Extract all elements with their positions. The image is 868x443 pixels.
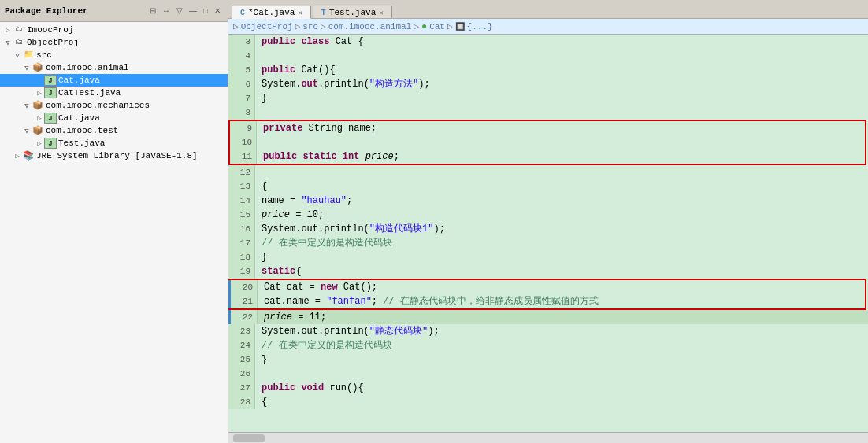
- line-code-10[interactable]: [257, 135, 865, 150]
- breadcrumb-arrow: ▷: [233, 21, 239, 31]
- tree-item-src[interactable]: ▽ 📁 src: [0, 49, 228, 61]
- line-code-4[interactable]: [255, 49, 868, 63]
- label-test-java: Test.java: [58, 138, 105, 148]
- tab-cat-java-close[interactable]: ✕: [298, 9, 302, 17]
- line-num-14: 14: [228, 194, 255, 208]
- line-num-11: 11: [230, 150, 257, 164]
- label-cat-java: Cat.java: [58, 76, 100, 85]
- line-code-11[interactable]: public static int price;: [257, 150, 865, 164]
- line-code-18[interactable]: }: [255, 250, 868, 264]
- tree-item-imoocproj[interactable]: ▷ 🗂 ImoocProj: [0, 24, 228, 36]
- icon-cat2-java: J: [44, 113, 57, 124]
- line-code-17[interactable]: // 在类中定义的是构造代码块: [255, 236, 868, 250]
- line-19: 19 static{: [228, 264, 868, 279]
- line-code-16[interactable]: System.out.println("构造代码块1");: [255, 222, 868, 236]
- code-lines: 3 public class Cat { 4 5 public Cat(){: [228, 35, 868, 432]
- arrow-src: ▽: [13, 51, 22, 60]
- maximize-button[interactable]: □: [201, 5, 210, 17]
- line-code-19[interactable]: static{: [255, 264, 868, 279]
- label-jre: JRE System Library [JavaSE-1.8]: [36, 151, 198, 161]
- view-menu-button[interactable]: ▽: [174, 5, 185, 17]
- line-9: 9 private String name;: [230, 121, 865, 135]
- line-num-26: 26: [228, 367, 255, 381]
- line-code-7[interactable]: }: [255, 91, 868, 105]
- line-num-19: 19: [228, 264, 255, 279]
- line-code-15[interactable]: price = 10;: [255, 208, 868, 222]
- editor-breadcrumb: ▷ ObjectProj ▷ src ▷ com.imooc.animal ▷ …: [228, 19, 868, 35]
- breadcrumb-proj[interactable]: ObjectProj: [241, 22, 293, 31]
- scrollbar-thumb-h[interactable]: [233, 434, 265, 442]
- icon-cattest-java: J: [44, 87, 57, 98]
- tab-cat-java-label: *Cat.java: [248, 8, 295, 17]
- line-code-21[interactable]: cat.name = "fanfan"; // 在静态代码块中，给非静态成员属性…: [258, 294, 865, 308]
- icon-cat-java: J: [44, 75, 57, 86]
- label-src: src: [36, 50, 52, 60]
- line-code-26[interactable]: [255, 367, 868, 381]
- tree-item-cattest-java[interactable]: ▷ J CatTest.java: [0, 87, 228, 99]
- tree-item-com-imooc-animal[interactable]: ▽ 📦 com.imooc.animal: [0, 61, 228, 74]
- line-num-24: 24: [228, 338, 255, 353]
- line-17: 17 // 在类中定义的是构造代码块: [228, 236, 868, 250]
- line-code-27[interactable]: public void run(){: [255, 381, 868, 395]
- tab-test-java[interactable]: T Test.java ✕: [313, 6, 392, 18]
- tree-item-test-pkg[interactable]: ▽ 📦 com.imooc.test: [0, 124, 228, 137]
- horizontal-scrollbar[interactable]: [228, 432, 868, 443]
- tree-item-mechanices[interactable]: ▽ 📦 com.imooc.mechanices: [0, 99, 228, 112]
- line-code-28[interactable]: {: [255, 395, 868, 409]
- line-num-8: 8: [228, 105, 255, 120]
- line-code-22[interactable]: price = 11;: [258, 310, 868, 324]
- tab-cat-java[interactable]: C *Cat.java ✕: [232, 6, 311, 19]
- editor-tab-bar: C *Cat.java ✕ T Test.java ✕: [228, 0, 868, 19]
- breadcrumb-members[interactable]: {...}: [467, 22, 493, 31]
- tree-item-jre[interactable]: ▷ 📚 JRE System Library [JavaSE-1.8]: [0, 150, 228, 162]
- tree-item-cat-java[interactable]: J Cat.java: [0, 74, 228, 87]
- line-25: 25 }: [228, 353, 868, 367]
- line-code-13[interactable]: {: [255, 179, 868, 194]
- breadcrumb-class[interactable]: Cat: [429, 22, 445, 31]
- line-8: 8: [228, 105, 868, 120]
- breadcrumb-pkg[interactable]: com.imooc.animal: [328, 22, 412, 31]
- line-20: 20 Cat cat = new Cat();: [228, 280, 865, 294]
- label-cattest-java: CatTest.java: [58, 88, 121, 98]
- line-22: 22 price = 11;: [228, 310, 868, 324]
- line-code-20[interactable]: Cat cat = new Cat();: [258, 280, 865, 294]
- line-code-25[interactable]: }: [255, 353, 868, 367]
- line-code-23[interactable]: System.out.println("静态代码块");: [255, 324, 868, 338]
- line-code-14[interactable]: name = "hauhau";: [255, 194, 868, 208]
- tab-test-java-close[interactable]: ✕: [379, 9, 383, 17]
- line-code-3[interactable]: public class Cat {: [255, 35, 868, 49]
- line-code-12[interactable]: [255, 165, 868, 179]
- code-editor[interactable]: 3 public class Cat { 4 5 public Cat(){: [228, 35, 868, 432]
- line-num-15: 15: [228, 208, 255, 222]
- line-21: 21 cat.name = "fanfan"; // 在静态代码块中，给非静态成…: [228, 294, 865, 308]
- link-with-editor-button[interactable]: ↔: [160, 5, 172, 17]
- line-num-5: 5: [228, 63, 255, 77]
- minimize-button[interactable]: —: [187, 5, 199, 17]
- line-23: 23 System.out.println("静态代码块");: [228, 324, 868, 338]
- collapse-all-button[interactable]: ⊟: [147, 5, 158, 17]
- line-code-5[interactable]: public Cat(){: [255, 63, 868, 77]
- line-num-27: 27: [228, 381, 255, 395]
- icon-mechanices: 📦: [32, 100, 44, 111]
- red-box-1: 9 private String name; 10 11 public stat…: [228, 120, 866, 165]
- line-num-16: 16: [228, 222, 255, 236]
- editor-area: C *Cat.java ✕ T Test.java ✕ ▷ ObjectProj…: [228, 0, 868, 443]
- tree-item-objectproj[interactable]: ▽ 🗂 ObjectProj: [0, 36, 228, 49]
- line-code-24[interactable]: // 在类中定义的是构造代码块: [255, 338, 868, 353]
- breadcrumb-src[interactable]: src: [302, 22, 318, 31]
- tree-item-cat2-java[interactable]: ▷ J Cat.java: [0, 112, 228, 124]
- line-26: 26: [228, 367, 868, 381]
- line-code-8[interactable]: [255, 105, 868, 120]
- label-imoocproj: ImoocProj: [27, 25, 73, 35]
- line-code-6[interactable]: System.out.println("构造方法");: [255, 77, 868, 91]
- line-6: 6 System.out.println("构造方法");: [228, 77, 868, 91]
- line-code-9[interactable]: private String name;: [257, 121, 865, 135]
- line-num-6: 6: [228, 77, 255, 91]
- breadcrumb-class-icon: ●: [421, 21, 427, 32]
- tree-item-test-java[interactable]: ▷ J Test.java: [0, 137, 228, 150]
- close-sidebar-button[interactable]: ✕: [212, 5, 223, 17]
- line-12: 12: [228, 165, 868, 179]
- line-11: 11 public static int price;: [230, 150, 865, 164]
- line-5: 5 public Cat(){: [228, 63, 868, 77]
- line-num-18: 18: [228, 250, 255, 264]
